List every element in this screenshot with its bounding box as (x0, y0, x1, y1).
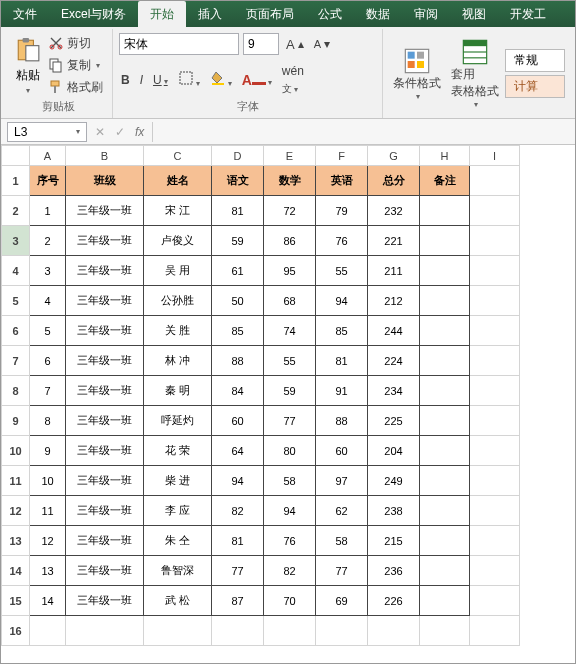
data-cell[interactable]: 76 (316, 226, 368, 256)
menu-tab-8[interactable]: 视图 (450, 1, 498, 27)
data-cell[interactable]: 82 (212, 496, 264, 526)
row-header-5[interactable]: 5 (2, 286, 30, 316)
style-general[interactable]: 常规 (505, 49, 565, 72)
data-cell[interactable]: 林 冲 (144, 346, 212, 376)
data-cell[interactable]: 236 (368, 556, 420, 586)
paste-button[interactable]: 粘贴 ▾ (11, 33, 45, 97)
copy-button[interactable]: 复制 (45, 55, 106, 76)
data-cell[interactable]: 呼延灼 (144, 406, 212, 436)
menu-tab-7[interactable]: 审阅 (402, 1, 450, 27)
data-cell[interactable]: 1 (30, 196, 66, 226)
data-cell[interactable]: 91 (316, 376, 368, 406)
cell[interactable] (470, 316, 520, 346)
cell[interactable] (470, 556, 520, 586)
col-header-D[interactable]: D (212, 146, 264, 166)
conditional-format-button[interactable]: 条件格式 (389, 45, 445, 103)
data-cell[interactable]: 关 胜 (144, 316, 212, 346)
data-cell[interactable]: 59 (212, 226, 264, 256)
cell[interactable] (470, 256, 520, 286)
row-header-9[interactable]: 9 (2, 406, 30, 436)
data-cell[interactable]: 55 (264, 346, 316, 376)
data-cell[interactable]: 4 (30, 286, 66, 316)
data-cell[interactable]: 212 (368, 286, 420, 316)
cell[interactable] (470, 226, 520, 256)
data-cell[interactable] (420, 256, 470, 286)
data-cell[interactable]: 82 (264, 556, 316, 586)
cut-button[interactable]: 剪切 (45, 33, 106, 54)
data-cell[interactable] (420, 376, 470, 406)
spreadsheet-grid[interactable]: ABCDEFGHI1序号班级姓名语文数学英语总分备注21三年级一班宋 江8172… (1, 145, 575, 646)
data-cell[interactable]: 94 (264, 496, 316, 526)
data-cell[interactable]: 13 (30, 556, 66, 586)
data-cell[interactable]: 79 (316, 196, 368, 226)
data-cell[interactable]: 三年级一班 (66, 286, 144, 316)
cell[interactable] (420, 616, 470, 646)
data-cell[interactable]: 10 (30, 466, 66, 496)
cell[interactable] (470, 586, 520, 616)
data-cell[interactable] (420, 406, 470, 436)
data-cell[interactable] (420, 346, 470, 376)
data-cell[interactable]: 三年级一班 (66, 346, 144, 376)
cell[interactable] (470, 286, 520, 316)
menu-tab-3[interactable]: 插入 (186, 1, 234, 27)
data-cell[interactable]: 50 (212, 286, 264, 316)
table-header-cell[interactable]: 备注 (420, 166, 470, 196)
data-cell[interactable]: 80 (264, 436, 316, 466)
cell[interactable] (30, 616, 66, 646)
menu-tab-6[interactable]: 数据 (354, 1, 402, 27)
table-header-cell[interactable]: 英语 (316, 166, 368, 196)
cell[interactable] (470, 496, 520, 526)
menu-tab-5[interactable]: 公式 (306, 1, 354, 27)
row-header-8[interactable]: 8 (2, 376, 30, 406)
table-header-cell[interactable]: 语文 (212, 166, 264, 196)
data-cell[interactable]: 55 (316, 256, 368, 286)
data-cell[interactable]: 三年级一班 (66, 436, 144, 466)
font-color-button[interactable]: A (240, 71, 274, 89)
data-cell[interactable]: 吴 用 (144, 256, 212, 286)
menu-tab-2[interactable]: 开始 (138, 1, 186, 27)
fill-color-button[interactable] (208, 69, 234, 90)
data-cell[interactable]: 三年级一班 (66, 586, 144, 616)
menu-tab-0[interactable]: 文件 (1, 1, 49, 27)
data-cell[interactable]: 58 (264, 466, 316, 496)
data-cell[interactable]: 238 (368, 496, 420, 526)
data-cell[interactable] (420, 226, 470, 256)
data-cell[interactable]: 94 (316, 286, 368, 316)
cell[interactable] (470, 196, 520, 226)
cell[interactable] (470, 436, 520, 466)
data-cell[interactable] (420, 556, 470, 586)
cell[interactable] (470, 406, 520, 436)
data-cell[interactable]: 249 (368, 466, 420, 496)
data-cell[interactable]: 12 (30, 526, 66, 556)
grow-font-button[interactable]: A▴ (283, 33, 307, 55)
data-cell[interactable]: 61 (212, 256, 264, 286)
data-cell[interactable]: 三年级一班 (66, 316, 144, 346)
fx-icon[interactable]: fx (135, 125, 144, 139)
col-header-A[interactable]: A (30, 146, 66, 166)
data-cell[interactable]: 62 (316, 496, 368, 526)
col-header-H[interactable]: H (420, 146, 470, 166)
data-cell[interactable] (420, 586, 470, 616)
data-cell[interactable]: 76 (264, 526, 316, 556)
data-cell[interactable]: 244 (368, 316, 420, 346)
data-cell[interactable]: 64 (212, 436, 264, 466)
data-cell[interactable]: 88 (212, 346, 264, 376)
row-header-15[interactable]: 15 (2, 586, 30, 616)
data-cell[interactable]: 85 (316, 316, 368, 346)
table-header-cell[interactable]: 班级 (66, 166, 144, 196)
data-cell[interactable]: 三年级一班 (66, 196, 144, 226)
data-cell[interactable] (420, 196, 470, 226)
data-cell[interactable]: 三年级一班 (66, 496, 144, 526)
row-header-14[interactable]: 14 (2, 556, 30, 586)
data-cell[interactable]: 三年级一班 (66, 466, 144, 496)
row-header-11[interactable]: 11 (2, 466, 30, 496)
data-cell[interactable]: 14 (30, 586, 66, 616)
table-header-cell[interactable]: 总分 (368, 166, 420, 196)
data-cell[interactable]: 70 (264, 586, 316, 616)
table-header-cell[interactable]: 姓名 (144, 166, 212, 196)
border-button[interactable] (176, 69, 202, 90)
data-cell[interactable]: 3 (30, 256, 66, 286)
data-cell[interactable]: 84 (212, 376, 264, 406)
data-cell[interactable] (420, 526, 470, 556)
data-cell[interactable]: 234 (368, 376, 420, 406)
